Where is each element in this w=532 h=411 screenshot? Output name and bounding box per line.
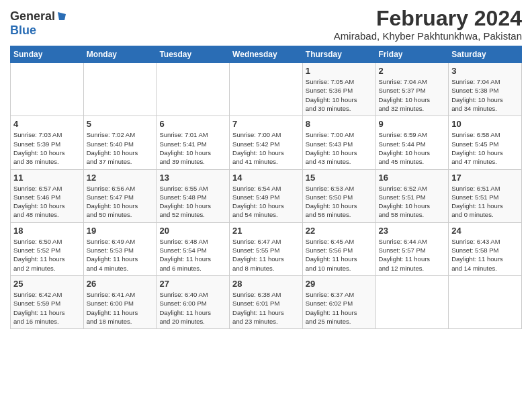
day-info: Sunrise: 6:52 AMSunset: 5:51 PMDaylight:… <box>379 184 446 220</box>
day-info: Sunrise: 6:42 AMSunset: 5:59 PMDaylight:… <box>13 290 81 326</box>
day-info: Sunrise: 6:57 AMSunset: 5:46 PMDaylight:… <box>13 184 81 220</box>
day-info: Sunrise: 6:38 AMSunset: 6:01 PMDaylight:… <box>232 290 300 326</box>
day-number: 9 <box>379 119 446 129</box>
day-info: Sunrise: 7:03 AMSunset: 5:39 PMDaylight:… <box>13 130 81 166</box>
calendar-header: SundayMondayTuesdayWednesdayThursdayFrid… <box>11 46 522 63</box>
calendar-cell: 22Sunrise: 6:45 AMSunset: 5:56 PMDayligh… <box>302 222 375 275</box>
day-number: 12 <box>87 173 154 183</box>
calendar-cell: 23Sunrise: 6:44 AMSunset: 5:57 PMDayligh… <box>375 222 449 275</box>
day-number: 3 <box>451 66 519 76</box>
day-number: 15 <box>306 173 373 183</box>
calendar-cell <box>230 63 303 116</box>
day-number: 19 <box>87 226 154 236</box>
day-number: 16 <box>379 173 446 183</box>
calendar-week-row: 11Sunrise: 6:57 AMSunset: 5:46 PMDayligh… <box>11 169 522 222</box>
calendar-cell: 10Sunrise: 6:58 AMSunset: 5:45 PMDayligh… <box>449 116 522 169</box>
calendar-week-row: 25Sunrise: 6:42 AMSunset: 5:59 PMDayligh… <box>11 275 522 328</box>
calendar-cell: 21Sunrise: 6:47 AMSunset: 5:55 PMDayligh… <box>230 222 303 275</box>
day-info: Sunrise: 6:47 AMSunset: 5:55 PMDaylight:… <box>232 237 300 273</box>
day-info: Sunrise: 6:37 AMSunset: 6:02 PMDaylight:… <box>306 290 373 326</box>
calendar-cell: 4Sunrise: 7:03 AMSunset: 5:39 PMDaylight… <box>11 116 84 169</box>
calendar-cell <box>83 63 157 116</box>
page-header: General Blue February 2024 Amirabad, Khy… <box>10 7 522 42</box>
calendar-body: 1Sunrise: 7:05 AMSunset: 5:36 PMDaylight… <box>11 63 522 329</box>
calendar-cell: 19Sunrise: 6:49 AMSunset: 5:53 PMDayligh… <box>83 222 157 275</box>
calendar-cell: 24Sunrise: 6:43 AMSunset: 5:58 PMDayligh… <box>449 222 522 275</box>
calendar-cell <box>449 275 522 328</box>
day-info: Sunrise: 6:59 AMSunset: 5:44 PMDaylight:… <box>379 130 446 166</box>
calendar-cell: 11Sunrise: 6:57 AMSunset: 5:46 PMDayligh… <box>11 169 84 222</box>
day-number: 26 <box>87 279 154 289</box>
day-info: Sunrise: 6:56 AMSunset: 5:47 PMDaylight:… <box>87 184 154 220</box>
calendar-cell: 14Sunrise: 6:54 AMSunset: 5:49 PMDayligh… <box>230 169 303 222</box>
calendar-cell: 8Sunrise: 7:00 AMSunset: 5:43 PMDaylight… <box>302 116 375 169</box>
calendar-table: SundayMondayTuesdayWednesdayThursdayFrid… <box>10 46 522 329</box>
day-info: Sunrise: 7:00 AMSunset: 5:43 PMDaylight:… <box>306 130 373 166</box>
calendar-cell: 7Sunrise: 7:00 AMSunset: 5:42 PMDaylight… <box>230 116 303 169</box>
page-subtitle: Amirabad, Khyber Pakhtunkhwa, Pakistan <box>334 30 522 42</box>
weekday-header: Thursday <box>302 46 375 63</box>
calendar-cell: 6Sunrise: 7:01 AMSunset: 5:41 PMDaylight… <box>157 116 230 169</box>
calendar-cell: 28Sunrise: 6:38 AMSunset: 6:01 PMDayligh… <box>230 275 303 328</box>
day-info: Sunrise: 6:49 AMSunset: 5:53 PMDaylight:… <box>87 237 154 273</box>
calendar-cell: 1Sunrise: 7:05 AMSunset: 5:36 PMDaylight… <box>302 63 375 116</box>
calendar-cell: 25Sunrise: 6:42 AMSunset: 5:59 PMDayligh… <box>11 275 84 328</box>
day-info: Sunrise: 6:51 AMSunset: 5:51 PMDaylight:… <box>451 184 519 220</box>
svg-marker-0 <box>58 12 66 20</box>
weekday-header: Saturday <box>449 46 522 63</box>
calendar-cell: 26Sunrise: 6:41 AMSunset: 6:00 PMDayligh… <box>83 275 157 328</box>
calendar-cell: 3Sunrise: 7:04 AMSunset: 5:38 PMDaylight… <box>449 63 522 116</box>
weekday-header: Tuesday <box>157 46 230 63</box>
weekday-header: Sunday <box>11 46 84 63</box>
calendar-week-row: 18Sunrise: 6:50 AMSunset: 5:52 PMDayligh… <box>11 222 522 275</box>
weekday-header: Wednesday <box>230 46 303 63</box>
logo-blue-text: Blue <box>10 24 36 37</box>
day-number: 18 <box>13 226 81 236</box>
day-number: 10 <box>451 119 519 129</box>
calendar-cell: 16Sunrise: 6:52 AMSunset: 5:51 PMDayligh… <box>375 169 449 222</box>
logo: General Blue <box>10 7 67 38</box>
weekday-header: Monday <box>83 46 157 63</box>
day-info: Sunrise: 6:54 AMSunset: 5:49 PMDaylight:… <box>232 184 300 220</box>
day-info: Sunrise: 7:02 AMSunset: 5:40 PMDaylight:… <box>87 130 154 166</box>
day-number: 13 <box>159 173 226 183</box>
calendar-cell: 27Sunrise: 6:40 AMSunset: 6:00 PMDayligh… <box>157 275 230 328</box>
calendar-cell: 17Sunrise: 6:51 AMSunset: 5:51 PMDayligh… <box>449 169 522 222</box>
day-info: Sunrise: 7:01 AMSunset: 5:41 PMDaylight:… <box>159 130 226 166</box>
calendar-cell: 18Sunrise: 6:50 AMSunset: 5:52 PMDayligh… <box>11 222 84 275</box>
day-number: 24 <box>451 226 519 236</box>
day-info: Sunrise: 6:55 AMSunset: 5:48 PMDaylight:… <box>159 184 226 220</box>
day-number: 11 <box>13 173 81 183</box>
day-number: 22 <box>306 226 373 236</box>
calendar-cell: 29Sunrise: 6:37 AMSunset: 6:02 PMDayligh… <box>302 275 375 328</box>
day-number: 20 <box>159 226 226 236</box>
day-info: Sunrise: 6:50 AMSunset: 5:52 PMDaylight:… <box>13 237 81 273</box>
day-number: 1 <box>306 66 373 76</box>
calendar-week-row: 1Sunrise: 7:05 AMSunset: 5:36 PMDaylight… <box>11 63 522 116</box>
calendar-cell: 5Sunrise: 7:02 AMSunset: 5:40 PMDaylight… <box>83 116 157 169</box>
calendar-cell: 13Sunrise: 6:55 AMSunset: 5:48 PMDayligh… <box>157 169 230 222</box>
weekday-header-row: SundayMondayTuesdayWednesdayThursdayFrid… <box>11 46 522 63</box>
calendar-cell: 9Sunrise: 6:59 AMSunset: 5:44 PMDaylight… <box>375 116 449 169</box>
page-title: February 2024 <box>334 7 522 30</box>
day-number: 27 <box>159 279 226 289</box>
calendar-cell: 2Sunrise: 7:04 AMSunset: 5:37 PMDaylight… <box>375 63 449 116</box>
day-info: Sunrise: 6:41 AMSunset: 6:00 PMDaylight:… <box>87 290 154 326</box>
day-info: Sunrise: 6:45 AMSunset: 5:56 PMDaylight:… <box>306 237 373 273</box>
day-info: Sunrise: 7:04 AMSunset: 5:37 PMDaylight:… <box>379 77 446 113</box>
logo-icon <box>56 11 67 21</box>
day-number: 2 <box>379 66 446 76</box>
day-info: Sunrise: 6:40 AMSunset: 6:00 PMDaylight:… <box>159 290 226 326</box>
calendar-cell: 15Sunrise: 6:53 AMSunset: 5:50 PMDayligh… <box>302 169 375 222</box>
day-number: 28 <box>232 279 300 289</box>
day-number: 14 <box>232 173 300 183</box>
logo-general-text: General <box>10 9 55 24</box>
day-number: 6 <box>159 119 226 129</box>
day-number: 7 <box>232 119 300 129</box>
weekday-header: Friday <box>375 46 449 63</box>
day-number: 5 <box>87 119 154 129</box>
day-number: 23 <box>379 226 446 236</box>
day-number: 25 <box>13 279 81 289</box>
day-info: Sunrise: 6:58 AMSunset: 5:45 PMDaylight:… <box>451 130 519 166</box>
day-info: Sunrise: 7:04 AMSunset: 5:38 PMDaylight:… <box>451 77 519 113</box>
